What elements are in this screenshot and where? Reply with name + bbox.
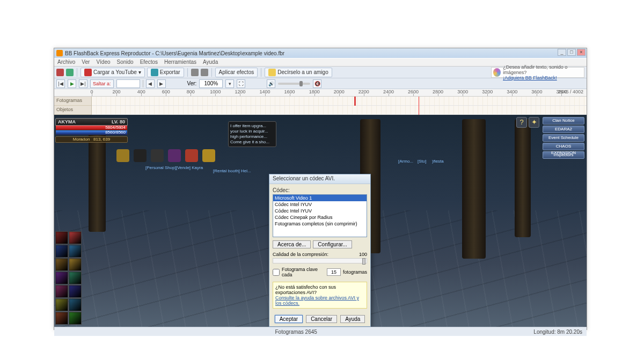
right-menu: ?✦ Clan NoticeEDARA2Event ScheduleCHAOS …	[543, 117, 584, 160]
tell-friend-button[interactable]: Decírselo a un amigo	[265, 68, 332, 77]
promo-link[interactable]: ¡Adquiera BB FlashBack!	[503, 75, 557, 80]
skill-icon[interactable]	[69, 312, 82, 325]
menu-ver[interactable]: Ver	[78, 58, 93, 66]
skill-icon[interactable]	[55, 272, 68, 284]
view-label: Ver:	[187, 80, 197, 86]
buff-icon	[185, 149, 198, 162]
dialog-title: Seleccionar un códec AVI.	[269, 174, 370, 184]
help-icon[interactable]: ?	[516, 117, 527, 128]
status-length: Longitud: 8m 20.20s	[533, 329, 582, 335]
npc-label: [Personal Shop][Vende] Kayra	[145, 165, 203, 170]
frame-fwd-button[interactable]: ▶	[157, 79, 166, 88]
menu-efectos[interactable]: Efectos	[137, 58, 161, 66]
codec-label: Códec:	[273, 187, 367, 193]
npc-speech: I offer item upgra... your luck in acqui…	[228, 121, 276, 147]
player-level: LV. 80	[112, 119, 125, 124]
menu-sonido[interactable]: Sonido	[114, 58, 137, 66]
skill-icon[interactable]	[55, 245, 68, 258]
npc-label: [Rental booth] Hel...	[213, 169, 251, 173]
menu-vídeo[interactable]: Vídeo	[93, 58, 113, 66]
record-icon[interactable]	[56, 69, 64, 76]
fit-button[interactable]: ⛶	[237, 79, 245, 88]
menu-ayuda[interactable]: Ayuda	[200, 58, 221, 66]
rmenu-item[interactable]: Inspectors	[543, 151, 584, 159]
promo-icon	[493, 68, 501, 77]
npc-label: [Sto]	[418, 159, 426, 164]
skill-icon[interactable]	[55, 312, 68, 325]
app-icon	[56, 50, 63, 56]
codec-option[interactable]: Fotogramas completos (sin comprimir)	[273, 221, 367, 227]
quality-value: 100	[359, 252, 367, 257]
keyframe-unit: fotogramas	[343, 269, 367, 275]
app-window: BB FlashBack Express Reproductor - C:\Us…	[54, 48, 587, 330]
buff-icon	[168, 149, 181, 162]
clan-name: Moradon	[73, 137, 90, 142]
window-buttons: _ □ ×	[558, 49, 586, 56]
skill-icon[interactable]	[55, 258, 68, 271]
skill-icon[interactable]	[69, 272, 82, 284]
maximize-button[interactable]: □	[567, 49, 576, 56]
buff-icon	[202, 149, 215, 162]
volume-slider[interactable]	[278, 83, 310, 85]
about-button[interactable]: Acerca de...	[273, 240, 311, 248]
zoom-field[interactable]: 100%	[199, 79, 223, 88]
upload-youtube-button[interactable]: Cargar a YouTube ▾	[80, 68, 145, 77]
promo-banner: ¿Desea añadir texto, sonido o imágenes?¡…	[491, 67, 584, 78]
skill-icon[interactable]	[55, 298, 68, 311]
ok-button[interactable]: Aceptar	[275, 315, 303, 323]
hint-box: ¿No está satisfecho con sus exportacione…	[273, 282, 367, 309]
hp-text: 5804/5804	[105, 125, 126, 130]
skill-icon[interactable]	[69, 245, 82, 258]
skill-icon[interactable]	[55, 285, 68, 298]
skill-icon[interactable]	[69, 298, 82, 311]
keyframe-label: Fotograma clave cada	[282, 267, 325, 277]
cancel-button[interactable]: Cancelar	[306, 315, 337, 323]
status-bar: Fotogramas 2645 Longitud: 8m 20.20s	[54, 327, 587, 336]
tool-icon[interactable]	[191, 69, 199, 76]
hint-link[interactable]: Consulte la ayuda sobre archivos AVI y l…	[275, 295, 359, 306]
codec-list[interactable]: Microsoft Video 1Códec Intel IYUVCódec I…	[273, 194, 367, 237]
menu-herramientas[interactable]: Herramientas	[161, 58, 200, 66]
frame-back-button[interactable]: ◀	[146, 79, 155, 88]
open-icon[interactable]	[66, 69, 74, 76]
rmenu-item[interactable]: EDARA2	[543, 126, 584, 133]
track-area[interactable]	[92, 97, 587, 115]
skill-icon[interactable]	[69, 258, 82, 271]
next-button[interactable]: ▶|	[79, 79, 87, 88]
export-button[interactable]: Exportar	[147, 68, 184, 77]
skill-icon[interactable]	[69, 231, 82, 244]
mute-button[interactable]: 🔇	[313, 79, 321, 88]
settings-icon[interactable]: ✦	[529, 117, 539, 128]
tool-icon[interactable]	[201, 69, 208, 76]
configure-button[interactable]: Configurar...	[313, 240, 352, 248]
keyframe-checkbox[interactable]	[273, 269, 280, 276]
skill-icon[interactable]	[69, 285, 82, 298]
menu-archivo[interactable]: Archivo	[54, 58, 78, 66]
codec-dialog: Seleccionar un códec AVI. Códec: Microso…	[269, 174, 371, 327]
minimize-button[interactable]: _	[558, 49, 566, 56]
play-button[interactable]: ▶	[68, 79, 76, 88]
rmenu-item[interactable]: Clan Notice	[543, 117, 584, 124]
close-button[interactable]: ×	[577, 49, 586, 56]
vol-icon[interactable]: 🔊	[267, 79, 275, 88]
track-label-frames: Fotogramas	[54, 97, 91, 106]
help-button[interactable]: Ayuda	[340, 315, 365, 323]
rmenu-item[interactable]: Event Schedule	[543, 134, 584, 142]
quality-label: Calidad de la compresión:	[273, 252, 328, 257]
apply-effects-button[interactable]: Aplicar efectos	[215, 68, 258, 77]
player-name: AKYMA	[58, 119, 76, 124]
status-frames: Fotogramas 2645	[275, 329, 317, 335]
buff-icon	[116, 149, 129, 162]
rmenu-item[interactable]: CHAOS EXPANSION	[543, 143, 584, 150]
codec-option[interactable]: Códec Cinepak por Radius	[273, 214, 367, 221]
quality-slider[interactable]	[273, 258, 367, 263]
jump-field[interactable]	[116, 79, 140, 88]
keyframe-field[interactable]	[327, 268, 341, 276]
prev-button[interactable]: |◀	[56, 79, 65, 88]
skill-icon[interactable]	[55, 231, 68, 244]
timeline-ruler[interactable]: 2645 / 4002 0200400600800100012001400160…	[54, 89, 587, 97]
codec-option[interactable]: Códec Intel IYUV	[273, 208, 367, 214]
codec-option[interactable]: Microsoft Video 1	[273, 195, 367, 201]
zoom-dropdown[interactable]: ▾	[225, 79, 234, 88]
codec-option[interactable]: Códec Intel IYUV	[273, 201, 367, 208]
